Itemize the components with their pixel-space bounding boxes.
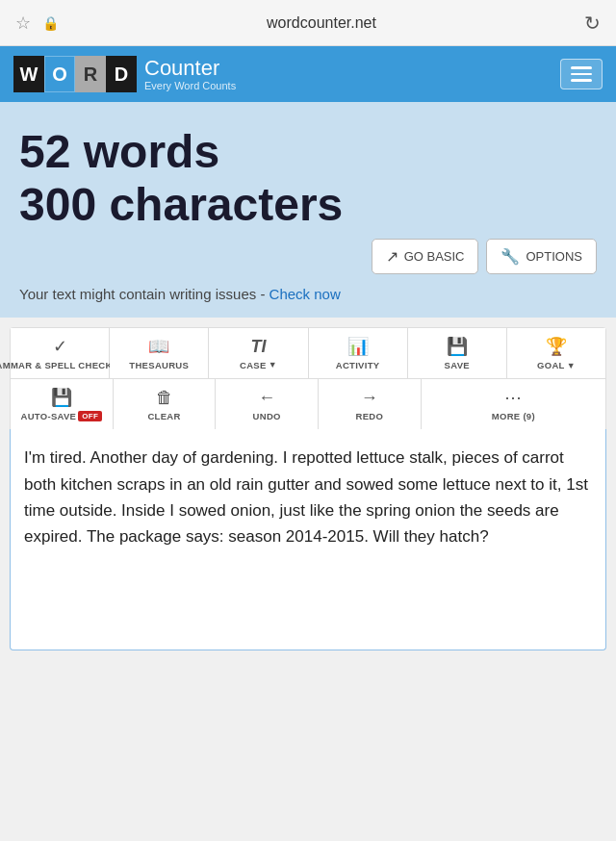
case-button[interactable]: TI CASE ▼ — [209, 328, 308, 378]
reload-icon[interactable]: ↻ — [584, 12, 601, 35]
logo-r: R — [75, 56, 106, 92]
hamburger-line-2 — [571, 73, 592, 76]
activity-label: ACTIVITY — [336, 360, 380, 370]
options-label: OPTIONS — [526, 249, 582, 264]
editor-area[interactable]: I'm tired. Another day of gardening. I r… — [10, 429, 606, 650]
char-count: 300 characters — [19, 179, 343, 230]
goal-label: GOAL ▼ — [537, 360, 576, 370]
undo-icon: ← — [258, 388, 275, 408]
undo-button[interactable]: ← UNDO — [216, 379, 319, 429]
stats-section: 52 words 300 characters ↗ GO BASIC 🔧 OPT… — [0, 102, 616, 318]
redo-button[interactable]: → REDO — [319, 379, 422, 429]
editor-content: I'm tired. Another day of gardening. I r… — [24, 448, 588, 546]
site-header: W O R D Counter Every Word Counts — [0, 46, 616, 102]
options-button[interactable]: 🔧 OPTIONS — [486, 239, 597, 274]
writing-issues-bar: Your text might contain writing issues -… — [19, 286, 597, 302]
stats-toolbar-row: ↗ GO BASIC 🔧 OPTIONS — [19, 239, 597, 274]
hamburger-line-3 — [571, 79, 592, 82]
case-label: CASE ▼ — [240, 360, 277, 370]
toolbar-row-1: ✓ GRAMMAR & SPELL CHECK OFF 📖 THESAURUS … — [11, 328, 605, 379]
stats-numbers: 52 words 300 characters — [19, 125, 597, 231]
goal-button[interactable]: 🏆 GOAL ▼ — [507, 328, 605, 378]
clear-button[interactable]: 🗑 CLEAR — [114, 379, 217, 429]
grid-icon: ⋯ — [504, 387, 522, 408]
save-button[interactable]: 💾 SAVE — [408, 328, 507, 378]
logo-counter-text: Counter — [144, 57, 236, 80]
autosave-off-badge: OFF — [78, 411, 102, 421]
clear-label: CLEAR — [147, 411, 180, 421]
editor-toolbar: ✓ GRAMMAR & SPELL CHECK OFF 📖 THESAURUS … — [10, 327, 606, 429]
activity-button[interactable]: 📊 ACTIVITY — [309, 328, 408, 378]
redo-icon: → — [361, 388, 378, 408]
autosave-icon: 💾 — [51, 387, 72, 408]
url-bar[interactable]: wordcounter.net — [59, 14, 584, 32]
checkmark-icon: ✓ — [53, 336, 67, 357]
go-basic-label: GO BASIC — [404, 249, 465, 264]
toolbar-row-2: 💾 AUTO-SAVE OFF 🗑 CLEAR ← UNDO → REDO ⋯ … — [11, 379, 605, 429]
ti-icon: TI — [250, 337, 266, 357]
writing-issues-text: Your text might contain writing issues - — [19, 286, 270, 302]
book-icon: 📖 — [148, 336, 169, 357]
wrench-icon: 🔧 — [500, 247, 520, 266]
external-link-icon: ↗ — [386, 247, 398, 266]
logo-text: Counter Every Word Counts — [144, 57, 236, 91]
hamburger-button[interactable] — [560, 59, 603, 89]
star-icon: ☆ — [15, 13, 31, 34]
case-dropdown-icon: ▼ — [269, 360, 277, 370]
redo-label: REDO — [356, 411, 384, 421]
check-now-link[interactable]: Check now — [270, 286, 341, 302]
bar-chart-icon: 📊 — [347, 336, 369, 357]
save-icon: 💾 — [447, 336, 468, 357]
logo: W O R D Counter Every Word Counts — [13, 56, 236, 92]
more-label: MORE (9) — [492, 411, 535, 421]
lock-icon: 🔒 — [42, 15, 59, 31]
logo-letters: W O R D — [13, 56, 137, 92]
go-basic-button[interactable]: ↗ GO BASIC — [372, 239, 479, 274]
hamburger-line-1 — [571, 66, 592, 69]
undo-label: UNDO — [253, 411, 281, 421]
trash-icon: 🗑 — [156, 388, 173, 408]
thesaurus-label: THESAURUS — [129, 360, 189, 370]
logo-o: O — [44, 56, 75, 92]
grammar-spell-check-button[interactable]: ✓ GRAMMAR & SPELL CHECK OFF — [11, 328, 110, 378]
goal-dropdown-icon: ▼ — [567, 361, 576, 370]
logo-tagline: Every Word Counts — [144, 80, 236, 91]
autosave-label: AUTO-SAVE OFF — [20, 411, 102, 421]
trophy-icon: 🏆 — [546, 336, 567, 357]
more-button[interactable]: ⋯ MORE (9) — [422, 379, 605, 429]
autosave-button[interactable]: 💾 AUTO-SAVE OFF — [11, 379, 114, 429]
logo-w: W — [13, 56, 44, 92]
thesaurus-button[interactable]: 📖 THESAURUS — [110, 328, 209, 378]
logo-d: D — [106, 56, 137, 92]
browser-bar: ☆ 🔒 wordcounter.net ↻ — [0, 0, 616, 46]
word-count: 52 words — [19, 126, 219, 177]
save-label: SAVE — [445, 360, 470, 370]
